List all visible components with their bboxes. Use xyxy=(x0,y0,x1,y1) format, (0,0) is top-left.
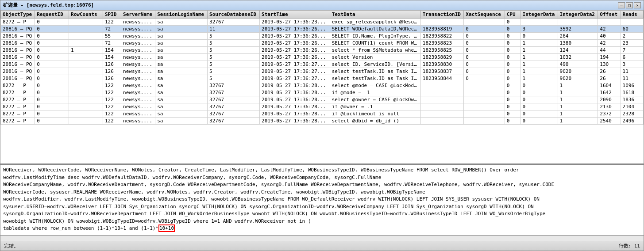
table-row[interactable]: 20816 – PQ055newsys....sa52019-05-27 17:… xyxy=(1,33,644,40)
cell-starttime: 2019-05-27 17:36:26... xyxy=(260,33,330,40)
cell-objecttype: 8272 – P xyxy=(1,19,35,26)
cell-textdata: SELECT ID,Name, PlugInType, Creator, L..… xyxy=(330,33,420,40)
table-row[interactable]: 20816 – PQ0154newsys....sa52019-05-27 17… xyxy=(1,54,644,61)
cell-objecttype: 20816 – PQ xyxy=(1,61,35,68)
cell-xactseq xyxy=(464,118,505,125)
cell-textdata: exec sp_releaseapplock @Resource=N'... xyxy=(330,19,420,26)
cell-intdata2: 124 xyxy=(558,47,598,54)
cell-textdata: select * from S$Metadata where ID=8... xyxy=(330,47,420,54)
cell-sourcedb: 32767 xyxy=(208,110,260,118)
table-row[interactable]: 8272 – P0122newsys....sa327672019-05-27 … xyxy=(1,19,644,26)
cell-requestid: 0 xyxy=(35,118,69,125)
cell-sessionlogin: sa xyxy=(155,96,208,103)
close-button[interactable]: ✕ xyxy=(634,2,641,8)
cell-starttime: 2019-05-27 17:36:26... xyxy=(260,26,330,33)
cell-transid xyxy=(420,82,464,89)
column-header-sourcedb[interactable]: SourceDatabaseID xyxy=(208,11,260,19)
text-line: wodfrv.LastModifier, wodfrv.LastModifyTi… xyxy=(3,196,641,203)
column-header-objecttype[interactable]: ObjectType xyxy=(1,11,35,19)
column-header-xactseq[interactable]: XactSequence xyxy=(464,11,505,19)
cell-intdata: 0 xyxy=(521,96,558,103)
table-row[interactable]: 20816 – PQ072newsys....sa52019-05-27 17:… xyxy=(1,40,644,47)
minimize-button[interactable]: ─ xyxy=(618,2,625,8)
cell-spid: 122 xyxy=(103,118,121,125)
cell-intdata: 0 xyxy=(521,89,558,96)
column-header-spid[interactable]: SPID xyxy=(103,11,121,19)
cell-xactseq: 0 xyxy=(464,61,505,68)
title-bar: 矿迹量 - [newsys.feld.top:16076] ─ □ ✕ xyxy=(0,0,644,10)
status-right: 行数: 11 xyxy=(619,243,640,249)
table-row[interactable]: 8272 – P0122newsys....sa327672019-05-27 … xyxy=(1,96,644,103)
column-header-starttime[interactable]: StartTime xyxy=(260,11,330,19)
cell-transid: 1823958829 xyxy=(420,54,464,61)
cell-reads: 6 xyxy=(621,54,643,61)
cell-spid: 126 xyxy=(103,75,121,82)
cell-offset: 2090 xyxy=(598,96,621,103)
cell-servername: newsys.... xyxy=(121,89,155,96)
cell-rowcounts xyxy=(69,61,103,68)
cell-rowcounts xyxy=(69,68,103,75)
maximize-button[interactable]: □ xyxy=(626,2,633,8)
cell-transid xyxy=(420,89,464,96)
table-row[interactable]: 20816 – PQ01154newsys....sa52019-05-27 1… xyxy=(1,47,644,54)
cell-cpu: 0 xyxy=(505,118,521,125)
cell-offset: 2540 xyxy=(598,118,621,125)
column-header-reads[interactable]: Reads xyxy=(621,11,643,19)
table-row[interactable]: 8272 – P0122newsys....sa327672019-05-27 … xyxy=(1,110,644,118)
data-grid-section[interactable]: ObjectTypeRequestIDRowCountsSPIDServerNa… xyxy=(0,10,644,165)
cell-servername: newsys.... xyxy=(121,54,155,61)
cell-objecttype: 20816 – PQ xyxy=(1,40,35,47)
column-header-transid[interactable]: TransactionID xyxy=(420,11,464,19)
cell-spid: 122 xyxy=(103,82,121,89)
cell-textdata: SELECT COUNT(1) count FROM W... xyxy=(330,40,420,47)
cell-intdata: 0 xyxy=(521,103,558,110)
cell-starttime: 2019-05-27 17:36:28... xyxy=(260,96,330,103)
cell-intdata2: 9020 xyxy=(558,68,598,75)
cell-textdata: select @mode = CASE @LockMode ... xyxy=(330,82,420,89)
column-header-rowcounts[interactable]: RowCounts xyxy=(69,11,103,19)
cell-rowcounts xyxy=(69,75,103,82)
table-row[interactable]: 20816 – PQ0126newsys....sa52019-05-27 17… xyxy=(1,68,644,75)
cell-starttime: 2019-05-27 17:36:26... xyxy=(260,47,330,54)
column-header-offset[interactable]: Offset xyxy=(598,11,621,19)
column-header-textdata[interactable]: TextData xyxy=(330,11,420,19)
column-header-intdata[interactable]: IntegerData xyxy=(521,11,558,19)
column-header-sessionlogin[interactable]: SessionLoginName xyxy=(155,11,208,19)
table-row[interactable]: 20816 – PQ072newsys....sa112019-05-27 17… xyxy=(1,26,644,33)
cell-servername: newsys.... xyxy=(121,82,155,89)
cell-requestid: 0 xyxy=(35,75,69,82)
cell-transid: 1823958822 xyxy=(420,33,464,40)
table-row[interactable]: 20816 – PQ0126newsys....sa52019-05-27 17… xyxy=(1,61,644,68)
column-header-intdata2[interactable]: IntegerData2 xyxy=(558,11,598,19)
cell-spid: 126 xyxy=(103,68,121,75)
cell-intdata2: 490 xyxy=(558,61,598,68)
column-header-cpu[interactable]: CPU xyxy=(505,11,521,19)
column-header-requestid[interactable]: RequestID xyxy=(35,11,69,19)
table-row[interactable]: 8272 – P0122newsys....sa327672019-05-27 … xyxy=(1,82,644,89)
column-header-servername[interactable]: ServerName xyxy=(121,11,155,19)
cell-spid: 122 xyxy=(103,103,121,110)
cell-spid: 55 xyxy=(103,33,121,40)
cell-reads: 2328 xyxy=(621,110,643,118)
status-bar: 完结。 行数: 11 xyxy=(0,241,644,251)
cell-starttime: 2019-05-27 17:36:26... xyxy=(260,40,330,47)
text-line: WOReceiveCompanyName, wodfrv.WOReceiveDe… xyxy=(3,181,641,189)
cell-objecttype: 8272 – P xyxy=(1,110,35,118)
cell-starttime: 2019-05-27 17:36:28... xyxy=(260,82,330,89)
cell-intdata2: 264 xyxy=(558,33,598,40)
cell-intdata2: 1 xyxy=(558,110,598,118)
cell-transid: 1823958844 xyxy=(420,75,464,82)
cell-spid: 154 xyxy=(103,54,121,61)
cell-transid xyxy=(420,118,464,125)
text-line: WOReceiver, WOReceiverCode, WOReceiverNa… xyxy=(3,167,641,174)
cell-xactseq xyxy=(464,19,505,26)
horizontal-scrollbar[interactable] xyxy=(0,236,644,241)
cell-transid: 1823958830 xyxy=(420,61,464,68)
table-row[interactable]: 8272 – P0122newsys....sa327672019-05-27 … xyxy=(1,103,644,110)
cell-offset: 1642 xyxy=(598,89,621,96)
table-row[interactable]: 8272 – P0122newsys....sa327672019-05-27 … xyxy=(1,118,644,125)
cell-sessionlogin: sa xyxy=(155,89,208,96)
table-row[interactable]: 20816 – PQ0126newsys....sa52019-05-27 17… xyxy=(1,75,644,82)
table-row[interactable]: 8272 – P0122newsys....sa327672019-05-27 … xyxy=(1,89,644,96)
cell-requestid: 0 xyxy=(35,19,69,26)
